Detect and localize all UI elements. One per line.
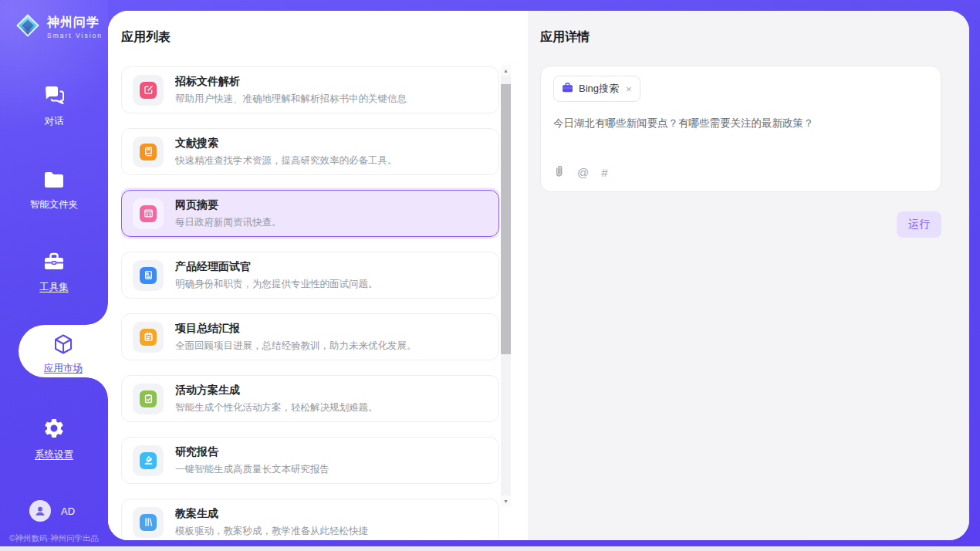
toolbox-icon	[42, 262, 66, 275]
app-title: 教案生成	[175, 507, 368, 521]
app-title: 招标文件解析	[175, 75, 407, 89]
app-row-literature-search[interactable]: 文献搜索 快速精准查找学术资源，提高研究效率的必备工具。	[121, 128, 499, 175]
scroll-up-icon: ▲	[503, 68, 509, 73]
scroll-down-icon: ▼	[503, 499, 509, 504]
sidebar-item-app-market[interactable]: 应用市场	[19, 325, 108, 377]
copyright-text: ©神州数码·神州问学出品	[0, 533, 108, 544]
app-desc: 每日政府新闻资讯快查。	[175, 216, 282, 229]
app-detail-panel: 应用详情 Bing搜索 × 今日湖北有哪些新闻要点？有哪些需要关注的最新政策？	[528, 11, 969, 540]
app-list-scrollbar[interactable]: ▲ ▼	[501, 65, 511, 506]
clipboard-check-icon	[140, 390, 157, 407]
prompt-text-input[interactable]: 今日湖北有哪些新闻要点？有哪些需要关注的最新政策？	[553, 117, 928, 130]
app-title: 网页摘要	[175, 198, 282, 212]
resume-icon	[140, 267, 157, 284]
app-desc: 明确身份和职责，为您提供专业性的面试问题。	[175, 278, 378, 291]
paperclip-icon[interactable]	[553, 164, 565, 181]
app-title: 产品经理面试官	[175, 260, 378, 274]
app-desc: 快速精准查找学术资源，提高研究效率的必备工具。	[175, 154, 397, 167]
brand-logo: 神州问学 Smart Vision	[14, 12, 103, 42]
app-row-pm-interviewer[interactable]: 产品经理面试官 明确身份和职责，为您提供专业性的面试问题。	[121, 252, 499, 299]
sidebar-item-label: 工具集	[0, 281, 108, 294]
folder-icon	[42, 179, 66, 192]
user-account[interactable]: AD	[29, 500, 75, 522]
app-desc: 模板驱动，教案秒成，教学准备从此轻松快捷	[175, 525, 368, 538]
cube-icon	[52, 345, 75, 358]
app-list-title: 应用列表	[121, 29, 528, 46]
app-list: 招标文件解析 帮助用户快速、准确地理解和解析招标书中的关键信息 文献搜索 快速精…	[121, 66, 499, 540]
prompt-card: Bing搜索 × 今日湖北有哪些新闻要点？有哪些需要关注的最新政策？ @ #	[540, 66, 941, 192]
notepad-icon	[140, 329, 157, 346]
bottom-strip	[0, 546, 980, 551]
chat-icon	[42, 96, 66, 109]
microscope-icon	[140, 452, 157, 469]
sidebar-item-label: 系统设置	[0, 448, 108, 461]
app-desc: 帮助用户快速、准确地理解和解析招标书中的关键信息	[175, 93, 407, 106]
sidebar-item-chat[interactable]: 对话	[0, 85, 108, 128]
app-row-web-summary[interactable]: 网页摘要 每日政府新闻资讯快查。	[121, 190, 499, 237]
edit-icon	[140, 82, 157, 99]
webpage-icon	[140, 205, 157, 222]
sidebar: 神州问学 Smart Vision 对话 智能文件夹	[0, 0, 108, 551]
app-title: 项目总结汇报	[175, 322, 417, 336]
scroll-up-button[interactable]: ▲	[501, 65, 511, 76]
run-button[interactable]: 运行	[897, 211, 941, 238]
sidebar-item-smart-folder[interactable]: 智能文件夹	[0, 170, 108, 211]
hash-icon[interactable]: #	[601, 167, 607, 178]
diamond-logo-icon	[14, 12, 42, 42]
sidebar-item-settings[interactable]: 系统设置	[0, 417, 108, 461]
at-icon[interactable]: @	[577, 167, 589, 178]
user-initials: AD	[61, 505, 75, 517]
sidebar-item-label: 对话	[0, 115, 108, 128]
gear-icon	[42, 429, 66, 442]
app-desc: 全面回顾项目进展，总结经验教训，助力未来优化发展。	[175, 340, 417, 353]
brand-subtitle: Smart Vision	[47, 32, 103, 39]
close-icon[interactable]: ×	[626, 83, 632, 95]
briefcase-icon	[562, 82, 573, 96]
app-title: 文献搜索	[175, 137, 397, 150]
app-title: 活动方案生成	[175, 384, 378, 397]
app-row-event-plan[interactable]: 活动方案生成 智能生成个性化活动方案，轻松解决规划难题。	[121, 375, 499, 422]
main-content: 应用列表 招标文件解析 帮助用户快速、准确地理解和解析招标书中的关键信息	[108, 11, 969, 540]
app-row-lesson-plan[interactable]: 教案生成 模板驱动，教案秒成，教学准备从此轻松快捷	[121, 499, 499, 540]
app-row-bid-parse[interactable]: 招标文件解析 帮助用户快速、准确地理解和解析招标书中的关键信息	[121, 66, 499, 113]
app-list-panel: 应用列表 招标文件解析 帮助用户快速、准确地理解和解析招标书中的关键信息	[108, 11, 528, 540]
scroll-down-button[interactable]: ▼	[501, 495, 511, 506]
app-title: 研究报告	[175, 445, 329, 459]
scrollbar-thumb[interactable]	[501, 84, 511, 354]
tool-tag-label: Bing搜索	[579, 82, 619, 96]
app-desc: 一键智能生成高质量长文本研究报告	[175, 463, 329, 476]
app-desc: 智能生成个性化活动方案，轻松解决规划难题。	[175, 401, 378, 414]
app-row-research-report[interactable]: 研究报告 一键智能生成高质量长文本研究报告	[121, 437, 499, 484]
prompt-toolbar: @ #	[553, 164, 928, 181]
books-icon	[140, 514, 157, 531]
sidebar-item-label: 智能文件夹	[0, 198, 108, 211]
sidebar-item-label: 应用市场	[19, 362, 108, 375]
sidebar-item-toolset[interactable]: 工具集	[0, 252, 108, 294]
app-row-project-summary[interactable]: 项目总结汇报 全面回顾项目进展，总结经验教训，助力未来优化发展。	[121, 313, 499, 360]
tool-tag-bing-search[interactable]: Bing搜索 ×	[553, 76, 640, 102]
brand-name: 神州问学	[47, 15, 100, 29]
app-detail-title: 应用详情	[540, 29, 969, 46]
avatar	[29, 500, 51, 522]
book-icon	[140, 144, 157, 161]
